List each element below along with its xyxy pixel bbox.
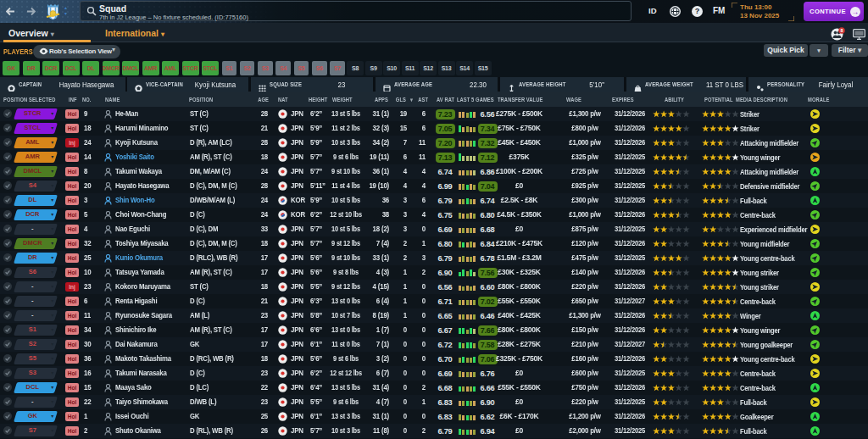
svg-text:8: 8 — [840, 28, 843, 33]
